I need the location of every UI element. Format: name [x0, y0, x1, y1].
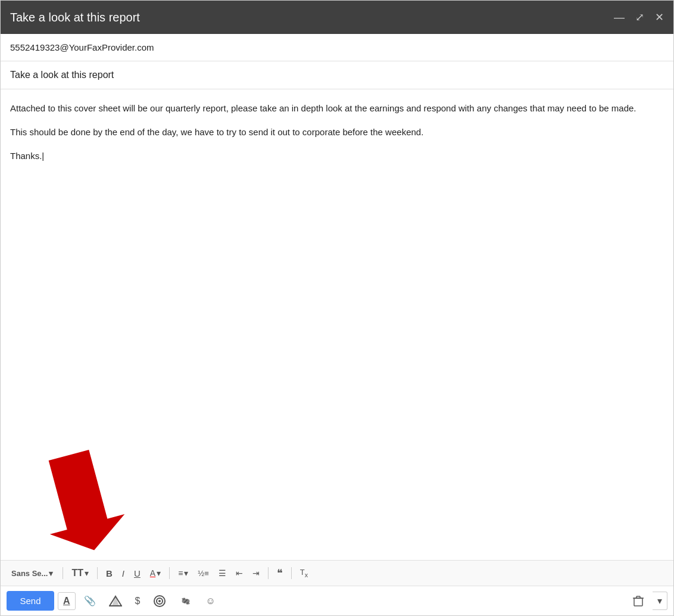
indent-more-button[interactable]: ⇥ [249, 566, 263, 580]
bullet-list-button[interactable]: ☰ [215, 566, 230, 580]
align-icon: ≡ [178, 568, 183, 578]
attach-icon: 📎 [84, 595, 96, 606]
format-text-button[interactable]: A [58, 592, 76, 610]
font-color-icon: A [150, 568, 155, 578]
expand-button[interactable]: ⤢ [635, 12, 644, 23]
body-paragraph-2: This should be done by the end of the da… [10, 125, 664, 139]
body-paragraph-1: Attached to this cover sheet will be our… [10, 101, 664, 116]
more-options-button[interactable]: ▾ [653, 592, 667, 610]
toolbar-area: Sans Se... ▾ TT ▾ B I U A ▾ ≡ ▾ ½≡ [1, 560, 673, 615]
align-dropdown-icon: ▾ [184, 568, 188, 578]
separator-2 [97, 567, 98, 579]
bullet-list-icon: ☰ [219, 568, 226, 578]
svg-rect-6 [634, 598, 642, 606]
drive-button[interactable] [104, 592, 127, 611]
svg-point-5 [158, 600, 161, 602]
close-button[interactable]: ✕ [655, 12, 664, 23]
font-dropdown-icon: ▾ [49, 569, 53, 578]
trash-icon [632, 595, 644, 607]
minimize-button[interactable]: — [614, 12, 625, 23]
photo-button[interactable] [148, 592, 171, 611]
attach-button[interactable]: 📎 [79, 592, 101, 609]
text-size-dropdown-icon: ▾ [85, 568, 89, 578]
to-field: 5552419323@YourFaxProvider.com [1, 34, 673, 61]
send-button[interactable]: Send [7, 591, 54, 611]
numbered-list-button[interactable]: ½≡ [194, 567, 212, 580]
subject-field: Take a look at this report [1, 61, 673, 89]
photo-icon [153, 595, 166, 608]
separator-4 [268, 567, 269, 579]
link-button[interactable] [174, 592, 197, 611]
underline-button[interactable]: U [130, 566, 144, 581]
emoji-button[interactable]: ☺ [201, 593, 220, 609]
clear-format-icon: Tx [300, 568, 308, 578]
indent-more-icon: ⇥ [252, 568, 260, 578]
format-a-icon: A [63, 596, 70, 606]
separator-3 [169, 567, 170, 579]
indent-less-icon: ⇤ [236, 568, 243, 578]
italic-button[interactable]: I [118, 566, 128, 581]
title-bar: Take a look at this report — ⤢ ✕ [1, 1, 673, 34]
body-area[interactable]: Attached to this cover sheet will be our… [1, 89, 673, 560]
blockquote-button[interactable]: ❝ [273, 564, 286, 582]
svg-marker-0 [36, 447, 132, 554]
font-selector[interactable]: Sans Se... ▾ [7, 567, 58, 580]
dollar-button[interactable]: $ [130, 593, 145, 609]
bold-button[interactable]: B [102, 566, 116, 581]
red-arrow-annotation [36, 447, 132, 554]
font-color-button[interactable]: A ▾ [146, 566, 164, 580]
chevron-down-icon: ▾ [657, 595, 662, 606]
bottom-toolbar: Send A 📎 $ [1, 586, 673, 615]
drive-icon [109, 595, 122, 608]
dollar-icon: $ [135, 596, 141, 606]
separator-5 [291, 567, 292, 579]
align-button[interactable]: ≡ ▾ [174, 566, 192, 580]
separator-1 [63, 567, 63, 579]
clear-format-button[interactable]: Tx [297, 565, 311, 581]
indent-less-button[interactable]: ⇤ [232, 566, 246, 580]
link-icon [179, 595, 192, 608]
to-value: 5552419323@YourFaxProvider.com [10, 42, 154, 52]
window-title: Take a look at this report [10, 11, 140, 24]
text-size-button[interactable]: TT ▾ [68, 565, 92, 581]
blockquote-icon: ❝ [277, 567, 283, 580]
body-paragraph-3: Thanks.| [10, 149, 664, 163]
emoji-icon: ☺ [205, 596, 215, 606]
compose-window: Take a look at this report — ⤢ ✕ 5552419… [0, 0, 674, 616]
font-color-dropdown-icon: ▾ [157, 568, 161, 578]
numbered-list-icon: ½≡ [198, 569, 208, 578]
formatting-toolbar: Sans Se... ▾ TT ▾ B I U A ▾ ≡ ▾ ½≡ [1, 561, 673, 586]
delete-button[interactable] [628, 592, 649, 610]
subject-value: Take a look at this report [10, 70, 114, 80]
text-size-icon: TT [71, 568, 83, 578]
window-controls: — ⤢ ✕ [614, 12, 664, 23]
